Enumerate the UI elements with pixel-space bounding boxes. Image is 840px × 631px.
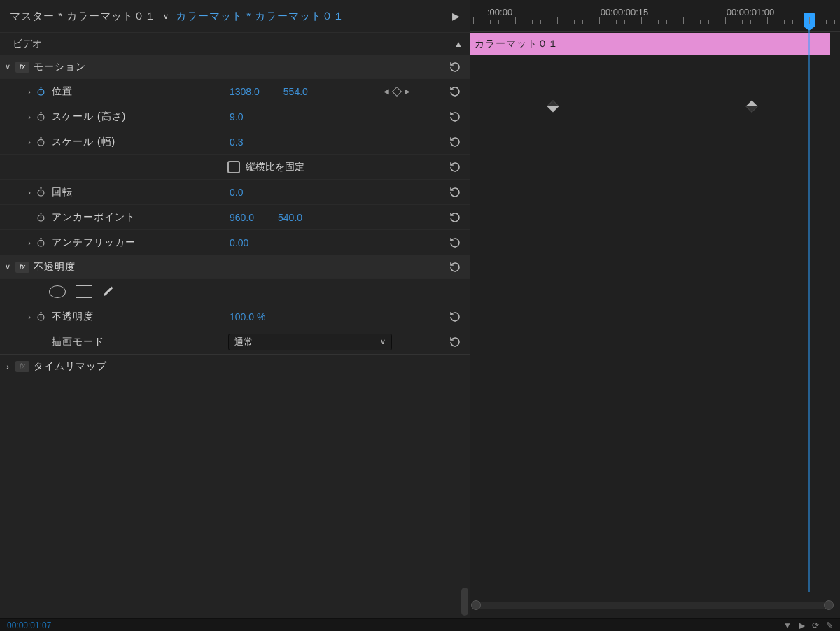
twirl-right-icon[interactable]: › <box>24 87 35 96</box>
twirl-right-icon[interactable]: › <box>24 239 35 247</box>
reset-icon[interactable] <box>446 83 464 101</box>
property-label: アンカーポイント <box>52 211 157 224</box>
ellipse-mask-icon[interactable] <box>49 285 66 298</box>
rotation-value[interactable]: 0.0 <box>230 187 243 198</box>
scale-height-value[interactable]: 9.0 <box>230 111 243 122</box>
position-y-value[interactable]: 554.0 <box>284 86 308 97</box>
effect-name-time-remap[interactable]: タイムリマップ <box>34 360 107 373</box>
tool-icon[interactable]: ✎ <box>826 621 833 630</box>
prev-keyframe-icon[interactable]: ◀ <box>384 87 389 95</box>
reset-icon[interactable] <box>446 58 464 76</box>
current-time[interactable]: 00:00:01:07 <box>7 621 51 630</box>
uniform-scale-label: 縦横比を固定 <box>246 161 304 173</box>
source-breadcrumb: マスター * カラーマット０１ ∨ カラーマット * カラーマット０１ ▶ <box>0 0 470 32</box>
reset-icon[interactable] <box>446 258 464 276</box>
chevron-down-icon[interactable]: ∨ <box>163 12 169 21</box>
playhead-line <box>809 31 810 592</box>
property-label: 描画モード <box>52 336 157 348</box>
timeline-panel: :00:00 00:00:00:15 00:00:01:00 カラーマット０１ <box>470 0 840 618</box>
property-scale-width: › スケール (幅) 0.3 <box>0 129 470 154</box>
reset-icon[interactable] <box>446 208 464 227</box>
property-label: スケール (幅) <box>52 136 157 148</box>
twirl-right-icon[interactable]: › <box>24 138 35 146</box>
twirl-right-icon[interactable]: › <box>24 188 35 197</box>
empty-area <box>0 378 470 618</box>
fx-badge-icon[interactable]: fx <box>15 361 29 372</box>
reset-icon[interactable] <box>446 333 464 351</box>
effect-time-remap-header: › fx タイムリマップ <box>0 354 470 378</box>
zoom-handle-right[interactable] <box>824 600 834 610</box>
property-opacity: › 不透明度 100.0 % <box>0 304 470 329</box>
property-label: 不透明度 <box>52 311 157 323</box>
keyframe-diamond-icon[interactable] <box>547 101 559 113</box>
timeline-body[interactable] <box>470 56 840 592</box>
footer-tools: ▼ ▶ ⟳ ✎ <box>783 621 833 630</box>
scrollbar-thumb[interactable] <box>461 588 468 616</box>
reset-icon[interactable] <box>446 108 464 126</box>
property-label: 位置 <box>52 85 157 98</box>
clip-bar[interactable]: カラーマット０１ <box>470 33 830 55</box>
master-clip-name[interactable]: マスター * カラーマット０１ <box>10 10 156 23</box>
property-label: アンチフリッカー <box>52 236 157 249</box>
ruler-label-1: 00:00:00:15 <box>601 7 649 17</box>
zoom-scrollbar[interactable] <box>473 602 832 609</box>
twirl-down-icon[interactable]: ∨ <box>0 62 15 71</box>
stopwatch-icon[interactable] <box>35 111 46 122</box>
anchor-x-value[interactable]: 960.0 <box>230 212 254 223</box>
stopwatch-icon[interactable] <box>35 212 46 223</box>
fx-badge-icon[interactable]: fx <box>15 62 29 73</box>
reset-icon[interactable] <box>446 183 464 201</box>
property-label: 回転 <box>52 186 157 199</box>
property-rotation: › 回転 0.0 <box>0 179 470 204</box>
twirl-right-icon[interactable]: › <box>24 313 35 321</box>
footer-bar: 00:00:01:07 ▼ ▶ ⟳ ✎ <box>0 618 840 631</box>
next-keyframe-icon[interactable]: ▶ <box>405 87 410 95</box>
play-icon[interactable]: ▶ <box>452 10 460 22</box>
reset-icon[interactable] <box>446 133 464 151</box>
zoom-handle-left[interactable] <box>471 600 481 610</box>
reset-icon[interactable] <box>446 234 464 252</box>
effect-name-opacity[interactable]: 不透明度 <box>34 261 76 274</box>
twirl-right-icon[interactable]: › <box>24 113 35 121</box>
tool-icon[interactable]: ▶ <box>799 621 805 630</box>
tool-icon[interactable]: ⟳ <box>812 621 819 630</box>
fx-badge-icon[interactable]: fx <box>15 262 29 273</box>
sequence-clip-name[interactable]: カラーマット * カラーマット０１ <box>176 10 344 23</box>
scale-width-value[interactable]: 0.3 <box>230 136 243 148</box>
add-keyframe-icon[interactable] <box>392 86 402 96</box>
property-uniform-scale: 縦横比を固定 <box>0 154 470 179</box>
effect-opacity-header: ∨ fx 不透明度 <box>0 255 470 278</box>
tool-icon[interactable]: ▼ <box>783 621 792 630</box>
chevron-down-icon: ∨ <box>380 337 386 346</box>
reset-icon[interactable] <box>446 308 464 326</box>
rectangle-mask-icon[interactable] <box>76 285 92 298</box>
effect-name-motion[interactable]: モーション <box>34 61 86 73</box>
twirl-down-icon[interactable]: ∨ <box>0 262 15 271</box>
property-scale-height: › スケール (高さ) 9.0 <box>0 104 470 129</box>
ruler-label-0: :00:00 <box>487 7 512 17</box>
stopwatch-icon[interactable] <box>35 86 46 97</box>
time-ruler[interactable]: :00:00 00:00:00:15 00:00:01:00 <box>470 0 840 32</box>
uniform-scale-checkbox[interactable] <box>227 161 240 173</box>
effect-motion-header: ∨ fx モーション <box>0 55 470 78</box>
twirl-right-icon[interactable]: › <box>0 362 15 371</box>
stopwatch-icon[interactable] <box>35 237 46 248</box>
collapse-icon[interactable]: ▲ <box>454 39 463 49</box>
stopwatch-icon[interactable] <box>35 187 46 198</box>
property-antiflicker: › アンチフリッカー 0.00 <box>0 229 470 255</box>
keyframe-nav: ◀ ▶ <box>384 87 410 95</box>
reset-icon[interactable] <box>446 158 464 176</box>
stopwatch-icon[interactable] <box>35 136 46 148</box>
opacity-value[interactable]: 100.0 % <box>230 311 265 322</box>
blend-mode-value: 通常 <box>234 336 253 348</box>
position-x-value[interactable]: 1308.0 <box>230 86 260 97</box>
stopwatch-icon[interactable] <box>35 311 46 322</box>
anchor-y-value[interactable]: 540.0 <box>278 212 302 223</box>
pen-mask-icon[interactable] <box>102 283 116 299</box>
keyframe-diamond-icon[interactable] <box>746 101 758 113</box>
ruler-label-2: 00:00:01:00 <box>727 7 775 17</box>
property-anchor-point: › アンカーポイント 960.0 540.0 <box>0 204 470 229</box>
antiflicker-value[interactable]: 0.00 <box>230 237 248 248</box>
clip-label: カラーマット０１ <box>475 38 559 50</box>
blend-mode-dropdown[interactable]: 通常 ∨ <box>228 334 392 350</box>
